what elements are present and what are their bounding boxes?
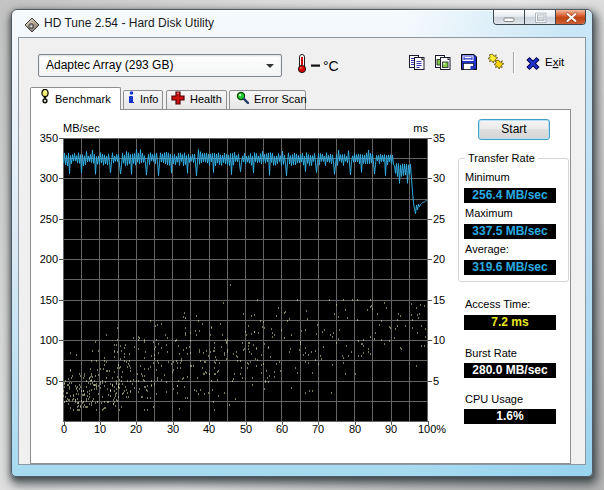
svg-text:°C: °C [323, 58, 339, 74]
svg-text:Exit: Exit [545, 56, 565, 68]
